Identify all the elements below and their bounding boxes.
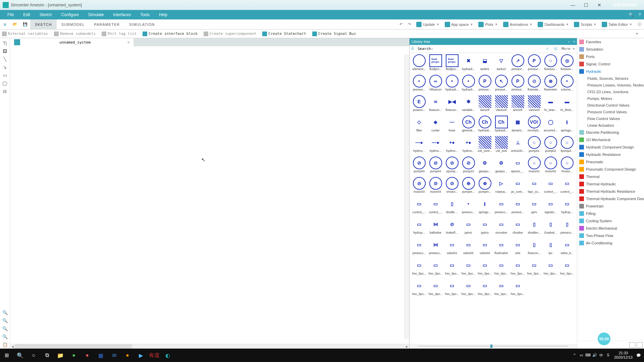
minimize-button[interactable]: — (566, 2, 579, 8)
category-cfd-1d-lines--junctions[interactable]: CFD-1D Lines, Junctions (577, 88, 644, 95)
taskbar-app-4[interactable]: 📁 (54, 349, 67, 362)
component-hsv_3po[interactable]: ▭hsv_3po... (460, 259, 477, 278)
component-hsv_3po[interactable]: ▭hsv_3po... (460, 279, 477, 299)
taskbar-app-0[interactable]: ⊞ (0, 349, 13, 362)
tray-icon-5[interactable]: S (605, 353, 611, 358)
taskbar-app-7[interactable]: ▦ (94, 349, 107, 362)
taskbar-app-3[interactable]: ⧉ (40, 349, 54, 362)
component-general[interactable]: Chgeneral... (460, 116, 477, 135)
component-lpc[interactable]: ▯lpc (542, 238, 559, 258)
component-shuttle [interactable]: ▯shuttle ... (444, 197, 460, 217)
category-simulation[interactable]: Simulation (577, 46, 644, 53)
component-pressco[interactable]: •pressco... (460, 197, 477, 217)
menu-sketch[interactable]: Sketch (35, 10, 57, 19)
taskbar-app-11[interactable]: 有道 (148, 349, 161, 362)
dropdown-icon[interactable]: ▾ (636, 32, 638, 36)
component-ballvalve[interactable]: ⋈ballvalve (427, 218, 444, 237)
component-fluidpro[interactable]: fluid props.fluidpro... (427, 54, 444, 74)
toolbar-create-statechart-button[interactable]: Create Statechart (262, 32, 306, 36)
menu-tools[interactable]: Tools (136, 10, 154, 19)
search-accept-icon[interactable]: ✓ (543, 47, 551, 51)
grid-view-icon[interactable] (629, 342, 635, 348)
component-ovcvalve[interactable]: ▭ovcvalve (493, 218, 509, 237)
component-tank10[interactable]: ▽tank10 (493, 54, 509, 74)
document-tab[interactable]: unnamed_system × (10, 38, 134, 46)
component-pressco[interactable]: ⋈pressco... (427, 238, 444, 258)
category-thermal-hydraulic-component-desi--[interactable]: Thermal Hydraulic Component Desi.. (577, 195, 644, 202)
clock[interactable]: 21:33 2020/12/13 (611, 351, 635, 360)
component-variable[interactable]: ✱variable... (460, 95, 477, 115)
component-hsv_3po[interactable]: ▭hsv_3po... (509, 259, 526, 278)
category-filling[interactable]: Filling (577, 210, 644, 217)
component-hsv_3po[interactable]: ▭hsv_3po... (493, 259, 509, 278)
component-ejector_[interactable]: ▭ejector_... (509, 157, 526, 176)
search-input[interactable] (434, 47, 543, 51)
component-hsv_3po[interactable]: ▭hsv_3po... (493, 279, 509, 299)
component-hydrno[interactable]: —●hydrno... (427, 136, 444, 156)
component-pump03[interactable]: ⊘pump03 (411, 157, 427, 176)
component-springa[interactable]: ⫿springa... (559, 116, 575, 135)
component-motor01[interactable]: ○motor01 (526, 157, 542, 176)
menu-file[interactable]: File (3, 10, 18, 19)
ribbon-scripts-button[interactable]: Scripts▼ (571, 22, 599, 27)
vertical-scrollbar[interactable] (405, 54, 409, 339)
component-pc_cont[interactable]: ▭pc_cont... (509, 177, 526, 196)
category-directional-control-valves[interactable]: Directional Control Valves (577, 102, 644, 109)
component-svls[interactable]: ▭svls (509, 238, 526, 258)
undo-button[interactable]: ↶ (397, 22, 405, 26)
component-tank01[interactable]: ⬓tank01 (477, 54, 493, 74)
category-1d-mechanical[interactable]: 1D Mechanical (577, 136, 644, 143)
menu-edit[interactable]: Edit (18, 10, 35, 19)
component-pressur[interactable]: Ppressur... (509, 75, 526, 94)
ribbon-animations-button[interactable]: Animations▼ (500, 22, 535, 27)
component-hsv_3po[interactable]: ▭hsv_3po... (509, 279, 526, 299)
component-hsv_3po[interactable]: ▭hsv_3po... (411, 279, 427, 299)
ribbon-dashboards-button[interactable]: Dashboards▼ (535, 22, 571, 27)
component-hydrauli[interactable]: Chhydrauli... (477, 116, 493, 135)
align-tool[interactable]: ⊟ (2, 88, 8, 95)
component-control_[interactable]: ▭control_... (411, 197, 427, 217)
component-powers[interactable]: Epowers... (411, 95, 427, 115)
category-thermal-hydraulic[interactable]: Thermal Hydraulic (577, 180, 644, 188)
component-pprno[interactable]: ▭pprno (477, 218, 493, 237)
component-flowmeter[interactable]: ⊗flowmeter (542, 75, 559, 94)
component-hr_thick[interactable]: ▬hr_thick... (559, 95, 575, 115)
toolbar-create-signal-bus-button[interactable]: Create Signal Bus (312, 32, 356, 36)
component-motor02[interactable]: ○motor02 (542, 157, 559, 176)
rect-tool[interactable]: ▭ (2, 72, 8, 78)
category-hydraulic-component-design[interactable]: Hydraulic Component Design (577, 143, 644, 151)
component-pprv[interactable]: ▭pprv (526, 197, 542, 217)
zoom-out-icon[interactable]: 🔍 (2, 325, 8, 332)
category-electro-mechanical[interactable]: Electro Mechanical (577, 225, 644, 232)
component-filter[interactable]: ◇filter (411, 116, 427, 135)
zoom-fit-icon[interactable]: 🔍 (2, 309, 8, 316)
component-hsv_3po[interactable]: ▭hsv_3po... (559, 259, 575, 278)
component-flowcon[interactable]: ≍flowcon... (427, 95, 444, 115)
taskbar-app-9[interactable]: ● (121, 349, 134, 362)
category-thermal-hydraulic-resistance[interactable]: Thermal Hydraulic Resistance (577, 188, 644, 195)
component-pump13[interactable]: ⊘pump13 (460, 157, 477, 176)
component-hydrno[interactable]: —●hydrno... (411, 136, 427, 156)
component-control_[interactable]: ▭control_... (542, 177, 559, 196)
menu-help[interactable]: Help (154, 10, 172, 19)
arrow-tool[interactable]: ↘ (2, 64, 8, 70)
component-pump02[interactable]: ○pump02 (542, 136, 559, 156)
taskbar-app-8[interactable]: ✉ (107, 349, 121, 362)
tray-icon-4[interactable]: 中 (598, 353, 605, 358)
category-thermal[interactable]: Thermal (577, 173, 644, 180)
component-control_[interactable]: ▭control_... (427, 197, 444, 217)
component-butterfl[interactable]: ⊘butterfl... (444, 218, 460, 237)
component-hydrop[interactable]: ▭hydrop... (559, 197, 575, 217)
toolbar-create-interface-block-button[interactable]: Create interface block (143, 32, 198, 36)
component-cooler[interactable]: ◈cooler (427, 116, 444, 135)
category-ports[interactable]: Ports (577, 53, 644, 60)
component-hsv_3po[interactable]: ▭hsv_3po... (526, 259, 542, 278)
canvas[interactable]: ↖ (10, 46, 409, 344)
line-tool[interactable]: ╲ (2, 56, 8, 62)
component-signalo[interactable]: ▭signalo... (542, 197, 559, 217)
component-Dualval[interactable]: ▯Dualval... (542, 218, 559, 237)
clipboard-icon[interactable]: 📋 (2, 341, 8, 348)
category-cooling-system[interactable]: Cooling System (577, 217, 644, 225)
component-valve01[interactable]: ▭valve01 (444, 238, 460, 258)
notifications-icon[interactable]: 💬 (635, 353, 642, 358)
